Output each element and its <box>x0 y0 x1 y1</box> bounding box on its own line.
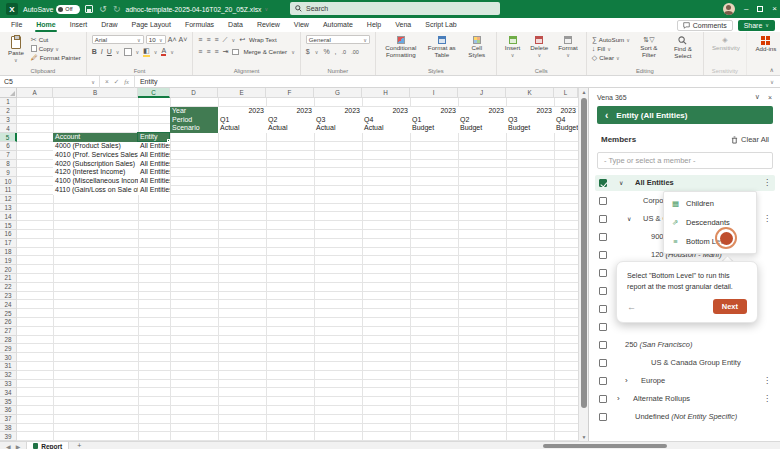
next-sheet-icon[interactable]: ▶ <box>16 443 21 449</box>
row-header-14[interactable]: 14 <box>0 212 17 221</box>
tooltip-back-icon[interactable]: ← <box>627 302 636 312</box>
column-header-J[interactable]: J <box>458 88 506 98</box>
row-header-38[interactable]: 38 <box>0 424 17 433</box>
column-header-K[interactable]: K <box>506 88 554 98</box>
cut-button[interactable]: ✂Cut <box>31 35 81 44</box>
column-header-B[interactable]: B <box>53 88 138 98</box>
cell-scenario-label[interactable]: Scenario <box>170 124 218 133</box>
tab-formulas[interactable]: Formulas <box>178 18 221 32</box>
align-middle-icon[interactable]: ≡ <box>206 36 210 43</box>
close-button[interactable]: × <box>772 0 777 18</box>
kebab-menu-icon[interactable]: ⋮ <box>763 390 771 408</box>
tab-file[interactable]: File <box>4 18 29 32</box>
checkbox-hidden-6[interactable] <box>599 287 607 295</box>
tree-label-us-canada-group-entity[interactable]: US & Canada Group Entity <box>651 354 741 372</box>
paste-button[interactable]: Paste∨ <box>5 35 27 64</box>
fill-handle[interactable] <box>167 139 170 142</box>
add-sheet-button[interactable]: + <box>69 442 89 449</box>
redo-icon[interactable]: ↻ <box>113 4 121 14</box>
tab-draw[interactable]: Draw <box>94 18 124 32</box>
checkbox-hidden-8[interactable] <box>599 323 607 331</box>
cell-K4[interactable]: Budget <box>506 124 554 133</box>
minimize-button[interactable]: – <box>744 0 748 18</box>
cancel-formula-icon[interactable]: × <box>105 78 109 85</box>
tree-label-250[interactable]: 250 (San Francisco) <box>625 336 693 354</box>
row-header-9[interactable]: 9 <box>0 168 17 177</box>
vertical-scrollbar[interactable]: ▲ ▼ <box>578 88 588 441</box>
user-avatar[interactable] <box>723 3 735 15</box>
chevron-down-icon[interactable]: ∨ <box>627 210 631 228</box>
kebab-menu-icon[interactable]: ⋮ <box>763 174 771 192</box>
share-button[interactable]: Share ∨ <box>738 20 775 31</box>
cell-year-label[interactable]: Year <box>170 107 218 116</box>
merge-center-icon[interactable] <box>232 49 239 55</box>
checkbox-all-entities[interactable] <box>599 179 607 187</box>
cell-account-header[interactable]: Account <box>53 133 138 142</box>
row-header-34[interactable]: 34 <box>0 388 17 397</box>
vertical-scrollbar-thumb[interactable] <box>581 98 587 408</box>
save-icon[interactable] <box>85 5 93 13</box>
tree-label-europe[interactable]: Europe <box>641 372 665 390</box>
tab-insert[interactable]: Insert <box>63 18 95 32</box>
align-left-icon[interactable]: ≡ <box>198 48 202 55</box>
comma-style-icon[interactable]: , <box>335 48 337 55</box>
row-header-27[interactable]: 27 <box>0 327 17 336</box>
spreadsheet-grid[interactable]: ABCDEFGHIJKL1234567891011121314151617181… <box>0 88 578 441</box>
collapse-ribbon-icon[interactable]: ∧ <box>770 66 774 73</box>
tab-review[interactable]: Review <box>250 18 287 32</box>
checkbox-alternate-rollups[interactable] <box>599 395 607 403</box>
menu-item-descendants[interactable]: ⇗Descendants <box>664 213 756 232</box>
restore-button[interactable] <box>757 6 763 12</box>
cell-K2[interactable]: 2023 <box>506 107 554 116</box>
cell-J4[interactable]: Budget <box>458 124 506 133</box>
align-right-icon[interactable]: ≡ <box>214 48 218 55</box>
percent-style-icon[interactable]: % <box>323 48 329 55</box>
row-header-17[interactable]: 17 <box>0 239 17 248</box>
cell-G4[interactable]: Actual <box>314 124 362 133</box>
cell-H3[interactable]: Q4 <box>362 116 410 125</box>
cell-L2[interactable]: 2023 <box>554 107 578 116</box>
cell-I2[interactable]: 2023 <box>410 107 458 116</box>
chevron-right-icon[interactable]: › <box>617 390 620 408</box>
cell-account-7[interactable]: 4010 (Prof. Services Sales) <box>53 151 138 160</box>
row-header-1[interactable]: 1 <box>0 98 17 107</box>
cell-entity-11[interactable]: All Entities <box>138 186 170 195</box>
menu-item-bottom-level[interactable]: ≡Bottom Level <box>664 232 756 251</box>
fill-button[interactable]: ↓Fill∨ <box>592 44 630 53</box>
row-header-20[interactable]: 20 <box>0 265 17 274</box>
cell-J3[interactable]: Q2 <box>458 116 506 125</box>
column-header-C[interactable]: C <box>138 88 170 98</box>
row-header-32[interactable]: 32 <box>0 371 17 380</box>
fill-color-icon[interactable]: ◧ <box>143 47 150 57</box>
horizontal-scrollbar-thumb[interactable] <box>543 444 667 448</box>
borders-icon[interactable] <box>124 48 132 56</box>
column-header-A[interactable]: A <box>17 88 53 98</box>
format-cells-button[interactable]: Format∨ <box>555 35 581 59</box>
clear-all-button[interactable]: Clear All <box>731 135 769 144</box>
tab-page-layout[interactable]: Page Layout <box>125 18 178 32</box>
column-header-E[interactable]: E <box>218 88 266 98</box>
row-header-26[interactable]: 26 <box>0 318 17 327</box>
cell-E3[interactable]: Q1 <box>218 116 266 125</box>
row-header-3[interactable]: 3 <box>0 116 17 125</box>
column-header-H[interactable]: H <box>362 88 410 98</box>
row-header-36[interactable]: 36 <box>0 406 17 415</box>
cell-entity-10[interactable]: All Entities <box>138 177 170 186</box>
cell-H2[interactable]: 2023 <box>362 107 410 116</box>
cell-styles-button[interactable]: Cell Styles <box>463 35 491 60</box>
row-header-13[interactable]: 13 <box>0 204 17 213</box>
checkbox-250[interactable] <box>599 341 607 349</box>
merge-center-label[interactable]: Merge & Center <box>243 48 287 55</box>
cell-I4[interactable]: Budget <box>410 124 458 133</box>
sheet-tab-active[interactable]: Report <box>26 442 69 449</box>
row-header-12[interactable]: 12 <box>0 195 17 204</box>
row-header-21[interactable]: 21 <box>0 274 17 283</box>
next-button[interactable]: Next <box>713 299 747 314</box>
delete-cells-button[interactable]: Delete∨ <box>527 35 551 59</box>
kebab-menu-icon[interactable]: ⋮ <box>763 372 771 390</box>
name-box[interactable]: C5 ∨ <box>0 76 100 88</box>
excel-logo-icon[interactable]: X <box>6 3 18 15</box>
increase-decimal-icon[interactable]: .0 <box>342 49 347 55</box>
tab-help[interactable]: Help <box>360 18 388 32</box>
checkbox-corpor[interactable] <box>599 197 607 205</box>
